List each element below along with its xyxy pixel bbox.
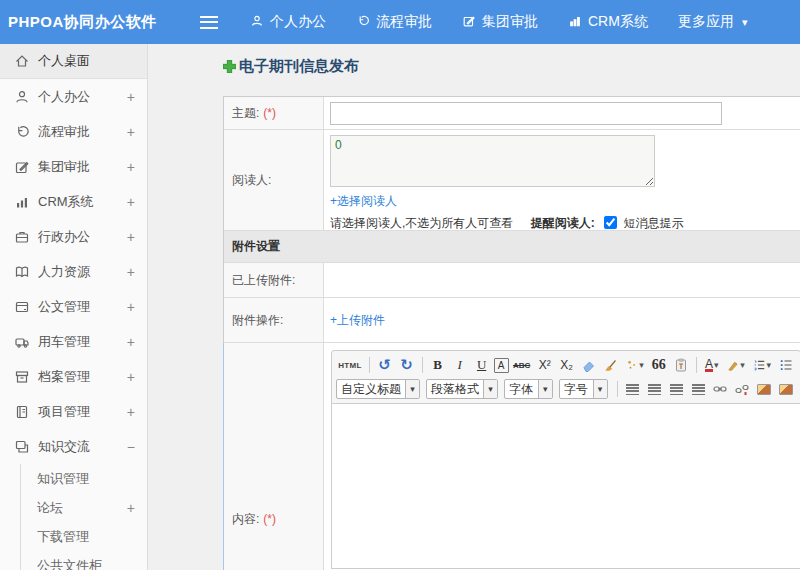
- nav-label: 更多应用: [678, 13, 734, 31]
- nav-more-apps[interactable]: 更多应用 ▾: [678, 13, 748, 31]
- insert-link-button[interactable]: [710, 379, 730, 399]
- expand-toggle: +: [127, 369, 135, 385]
- add-plus-icon: [223, 60, 236, 73]
- sidebar-item-admin-office[interactable]: 行政办公 +: [0, 219, 147, 254]
- app-window: PHPOA协同办公软件 个人办公 流程审批 集团审批 CRM系统 更多应用 ▾: [0, 0, 800, 570]
- sidebar-item-vehicles[interactable]: 用车管理 +: [0, 324, 147, 359]
- expand-toggle: +: [127, 500, 135, 516]
- person-icon: [14, 89, 30, 105]
- richtext-editor: HTML ↺ ↻ B I U A ABC: [331, 350, 800, 569]
- font-color-button[interactable]: A▾: [702, 355, 722, 375]
- archive-icon: [14, 369, 30, 385]
- upload-attachment-link[interactable]: +上传附件: [330, 312, 385, 329]
- sidebar-item-projects[interactable]: 项目管理 +: [0, 394, 147, 429]
- select-readers-link[interactable]: +选择阅读人: [330, 193, 397, 210]
- sidebar-item-knowledge[interactable]: 知识交流 −: [0, 429, 147, 464]
- paragraph-format-select[interactable]: 段落格式 ▾: [426, 379, 498, 399]
- subject-row: 主题: (*): [224, 97, 800, 130]
- top-header: PHPOA协同办公软件 个人办公 流程审批 集团审批 CRM系统 更多应用 ▾: [0, 0, 800, 44]
- nav-crm[interactable]: CRM系统: [568, 13, 648, 31]
- insert-image-button[interactable]: [754, 379, 774, 399]
- superscript-button[interactable]: X²: [535, 355, 555, 375]
- book-icon: [14, 264, 30, 280]
- briefcase-icon: [14, 229, 30, 245]
- readers-hint-line: 请选择阅读人,不选为所有人可查看 提醒阅读人: 短消息提示: [330, 215, 800, 232]
- nav-label: 个人办公: [270, 13, 326, 31]
- paste-text-button[interactable]: [671, 355, 691, 375]
- editor-content-area[interactable]: [331, 404, 800, 569]
- caret-down-icon: ▾: [538, 380, 552, 398]
- top-nav: 个人办公 流程审批 集团审批 CRM系统 更多应用 ▾: [250, 13, 747, 31]
- sidebar-item-crm[interactable]: CRM系统 +: [0, 184, 147, 219]
- highlight-color-button[interactable]: ▾: [724, 355, 748, 375]
- sidebar-subitem-knowledge-mgmt[interactable]: 知识管理: [21, 464, 147, 493]
- subscript-button[interactable]: X₂: [557, 355, 577, 375]
- sidebar-item-archives[interactable]: 档案管理 +: [0, 359, 147, 394]
- sidebar-item-hr[interactable]: 人力资源 +: [0, 254, 147, 289]
- uploaded-attachments-area: [324, 263, 800, 297]
- sidebar-item-group-approval[interactable]: 集团审批 +: [0, 149, 147, 184]
- align-right-button[interactable]: [666, 379, 686, 399]
- custom-title-select[interactable]: 自定义标题 ▾: [336, 379, 420, 399]
- remove-link-button[interactable]: [732, 379, 752, 399]
- redo-button[interactable]: ↻: [397, 355, 417, 375]
- nav-label: 集团审批: [482, 13, 538, 31]
- font-size-select[interactable]: 字号 ▾: [559, 379, 608, 399]
- sidebar-item-personal-office[interactable]: 个人办公 +: [0, 79, 147, 114]
- sidebar-item-process-approval[interactable]: 流程审批 +: [0, 114, 147, 149]
- nav-group-approval[interactable]: 集团审批: [462, 13, 538, 31]
- notebook-icon: [14, 404, 30, 420]
- caret-down-icon: ▾: [714, 360, 719, 370]
- unordered-list-button[interactable]: [776, 355, 796, 375]
- auto-format-button[interactable]: ▾: [623, 355, 647, 375]
- nav-label: CRM系统: [588, 13, 648, 31]
- edit-icon: [462, 14, 476, 31]
- document-icon: [14, 299, 30, 315]
- undo-button[interactable]: ↺: [375, 355, 395, 375]
- process-icon: [14, 124, 30, 140]
- sidebar-subitem-downloads[interactable]: 下载管理: [21, 522, 147, 551]
- nav-personal-office[interactable]: 个人办公: [250, 13, 326, 31]
- font-family-select[interactable]: 字体 ▾: [504, 379, 553, 399]
- subject-input[interactable]: [330, 102, 722, 125]
- caret-down-icon: ▾: [740, 360, 745, 370]
- expand-toggle: +: [127, 334, 135, 350]
- sms-remind-checkbox[interactable]: [604, 216, 617, 229]
- insert-media-button[interactable]: [776, 379, 796, 399]
- bold-button[interactable]: B: [428, 355, 448, 375]
- sidebar-item-documents[interactable]: 公文管理 +: [0, 289, 147, 324]
- subject-label: 主题:: [232, 105, 259, 122]
- remove-format-eraser-button[interactable]: [579, 355, 599, 375]
- align-left-button[interactable]: [622, 379, 642, 399]
- readers-row: 阅读人: 0 +选择阅读人 请选择阅读人,不选为所有人可查看 提醒阅读人: 短消…: [224, 130, 800, 231]
- readers-textarea[interactable]: 0: [330, 135, 655, 187]
- sidebar-subitem-forum[interactable]: 论坛 +: [21, 493, 147, 522]
- ordered-list-button[interactable]: ▾: [750, 355, 774, 375]
- content-label: 内容:: [232, 511, 259, 528]
- sidebar-item-desktop[interactable]: 个人桌面: [0, 44, 147, 79]
- editor-toolbar: HTML ↺ ↻ B I U A ABC: [331, 350, 800, 404]
- underline-button[interactable]: U: [472, 355, 492, 375]
- sidebar-subitem-public-cabinet[interactable]: 公共文件柜: [21, 551, 147, 570]
- expand-toggle: +: [127, 299, 135, 315]
- nav-process-approval[interactable]: 流程审批: [356, 13, 432, 31]
- publish-form: 主题: (*) 阅读人: 0 +选择阅读人: [223, 96, 800, 570]
- expand-toggle: +: [127, 159, 135, 175]
- italic-button[interactable]: I: [450, 355, 470, 375]
- expand-toggle: +: [127, 229, 135, 245]
- blockquote-button[interactable]: 66: [649, 355, 669, 375]
- sms-remind-label: 短消息提示: [623, 216, 683, 230]
- align-center-button[interactable]: [644, 379, 664, 399]
- expand-toggle: +: [127, 194, 135, 210]
- process-icon: [356, 14, 370, 31]
- format-brush-button[interactable]: [601, 355, 621, 375]
- align-justify-button[interactable]: [688, 379, 708, 399]
- caret-down-icon: ▾: [483, 380, 497, 398]
- autotypeset-button[interactable]: A: [494, 358, 509, 373]
- readers-label: 阅读人:: [232, 172, 271, 189]
- menu-hamburger-icon[interactable]: [200, 16, 218, 29]
- html-source-button[interactable]: HTML: [336, 355, 364, 375]
- strikethrough-button[interactable]: ABC: [511, 355, 533, 375]
- main-content: 电子期刊信息发布 主题: (*) 阅读人:: [148, 44, 800, 570]
- remind-readers-label: 提醒阅读人:: [531, 216, 595, 230]
